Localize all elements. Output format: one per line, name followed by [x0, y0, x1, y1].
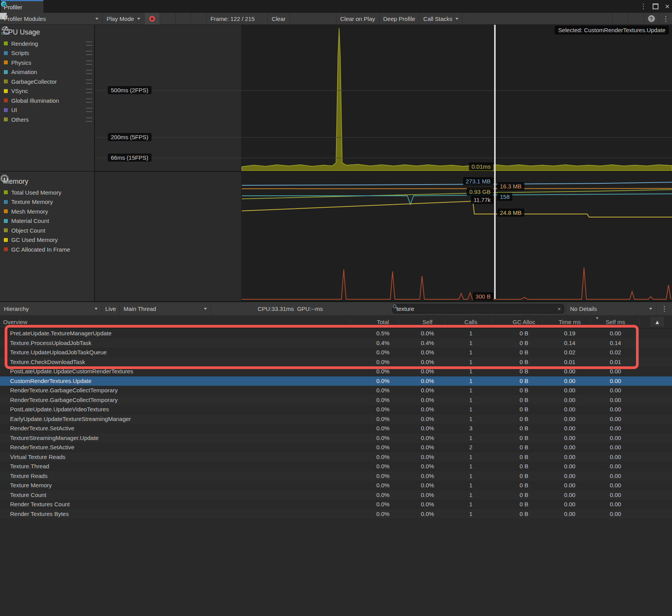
memory-chart[interactable]	[95, 172, 672, 301]
maximize-icon[interactable]	[653, 3, 658, 9]
table-row[interactable]: Texture Count0.0%0.0%10 B0.000.00	[0, 490, 672, 500]
legend-swatch	[4, 89, 8, 93]
table-row[interactable]: Render Textures Count0.0%0.0%10 B0.000.0…	[0, 500, 672, 509]
next-frame-button[interactable]	[176, 13, 191, 24]
legend-item-garbagecollector[interactable]: GarbageCollector	[0, 77, 94, 86]
drag-handle-icon[interactable]	[86, 70, 92, 74]
previous-frame-button[interactable]	[160, 13, 176, 24]
legend-item-texture-memory[interactable]: Texture Memory	[0, 197, 94, 207]
legend-item-vsync[interactable]: VSync	[0, 86, 94, 96]
live-toggle[interactable]: Live	[102, 302, 120, 315]
cpu-module-header[interactable]: CPU CPU Usage	[0, 25, 94, 39]
toolbar-menu-button[interactable]: ⋮	[659, 13, 672, 24]
legend-item-total-used-memory[interactable]: Total Used Memory	[0, 188, 94, 197]
column-separator[interactable]	[491, 318, 492, 326]
column-separator[interactable]	[445, 318, 445, 326]
legend-item-ui[interactable]: UI	[0, 105, 94, 115]
search-clear-icon[interactable]: ×	[558, 306, 561, 312]
column-separator[interactable]	[350, 318, 350, 326]
play-mode-dropdown[interactable]: Play Mode	[103, 13, 145, 24]
clear-button[interactable]: Clear	[268, 13, 290, 24]
save-profile-button[interactable]	[628, 13, 643, 24]
table-row[interactable]: Texture.UpdateUploadJobTaskQueue0.0%0.0%…	[0, 348, 672, 357]
table-row[interactable]: RenderTexture.GarbageCollectTemporary0.0…	[0, 386, 672, 395]
legend-swatch	[4, 108, 8, 112]
table-row[interactable]: Texture.CheckDownloadTask0.0%0.0%10 B0.0…	[0, 357, 672, 367]
column-header-time-ms[interactable]: Time ms	[550, 319, 589, 325]
legend-label: UI	[11, 107, 17, 113]
legend-item-animation[interactable]: Animation	[0, 67, 94, 77]
table-row[interactable]: TextureStreamingManager.Update0.0%0.0%10…	[0, 433, 672, 443]
hierarchy-table: PreLateUpdate.TextureManagerUpdate0.5%0.…	[0, 329, 672, 519]
table-row[interactable]: RenderTexture.GarbageCollectTemporary0.0…	[0, 395, 672, 405]
close-icon[interactable]: ✕	[665, 3, 670, 10]
legend-item-global-illumination[interactable]: Global Illumination	[0, 96, 94, 105]
table-row[interactable]: RenderTexture.SetActive0.0%0.0%20 B0.000…	[0, 443, 672, 452]
legend-item-others[interactable]: Others	[0, 115, 94, 124]
cell: 0 B	[505, 463, 543, 469]
drag-handle-icon[interactable]	[86, 117, 92, 122]
legend-item-scripts[interactable]: Scripts	[0, 48, 94, 58]
column-separator[interactable]	[542, 318, 542, 326]
hierarchy-view-dropdown[interactable]: Hierarchy	[0, 302, 102, 315]
details-dropdown[interactable]: No Details	[566, 302, 656, 315]
search-input[interactable]	[396, 305, 555, 312]
drag-handle-icon[interactable]	[86, 60, 92, 65]
column-separator[interactable]	[639, 318, 640, 326]
clear-on-play-toggle[interactable]: Clear on Play	[336, 13, 379, 24]
load-profile-button[interactable]	[612, 13, 628, 24]
legend-item-material-count[interactable]: Material Count	[0, 216, 94, 226]
detail-expander-button[interactable]: ▲	[650, 317, 664, 327]
table-row[interactable]: PostLateUpdate.UpdateVideoTextures0.0%0.…	[0, 405, 672, 414]
drag-handle-icon[interactable]	[86, 51, 92, 55]
pane-menu-button[interactable]: ⋮	[656, 302, 672, 315]
table-row[interactable]: Render Textures Bytes0.0%0.0%10 B0.000.0…	[0, 509, 672, 519]
drag-handle-icon[interactable]	[86, 41, 92, 46]
deep-profile-toggle[interactable]: Deep Profile	[379, 13, 420, 24]
column-overview[interactable]: Overview	[3, 319, 28, 325]
memory-module-header[interactable]: Memory	[0, 174, 28, 188]
search-field[interactable]: ×	[392, 304, 564, 314]
help-button[interactable]: ?	[643, 13, 659, 24]
column-header-calls[interactable]: Calls	[451, 319, 490, 325]
call-stacks-dropdown[interactable]: Call Stacks	[419, 13, 463, 24]
column-separator[interactable]	[591, 318, 591, 326]
table-row[interactable]: Texture Reads0.0%0.0%10 B0.000.00	[0, 471, 672, 481]
table-row[interactable]: CustomRenderTextures.Update0.0%0.0%10 B0…	[0, 376, 672, 386]
drag-handle-icon[interactable]	[86, 79, 92, 84]
table-row[interactable]: RenderTexture.SetActive0.0%0.0%30 B0.000…	[0, 424, 672, 433]
legend-item-physics[interactable]: Physics	[0, 58, 94, 67]
drag-handle-icon[interactable]	[86, 89, 92, 93]
tab-profiler[interactable]: Profiler	[1, 0, 43, 13]
legend-item-gc-allocated-in-frame[interactable]: GC Allocated In Frame	[0, 245, 94, 254]
table-row[interactable]: EarlyUpdate.UpdateTextureStreamingManage…	[0, 414, 672, 424]
table-row[interactable]: PreLateUpdate.TextureManagerUpdate0.5%0.…	[0, 329, 672, 338]
column-header-self-ms[interactable]: Self ms	[596, 319, 635, 325]
thread-dropdown[interactable]: Main Thread	[120, 302, 211, 315]
table-row[interactable]: PostLateUpdate.UpdateCustomRenderTexture…	[0, 367, 672, 376]
table-row[interactable]: Texture.Thread0.0%0.0%10 B0.000.00	[0, 462, 672, 471]
table-row[interactable]: Texture.ProcessUploadJobTask0.4%0.4%10 B…	[0, 338, 672, 348]
legend-item-mesh-memory[interactable]: Mesh Memory	[0, 207, 94, 216]
cell: 0 B	[505, 330, 543, 336]
drag-handle-icon[interactable]	[86, 98, 92, 103]
drag-handle-icon[interactable]	[86, 108, 92, 112]
current-frame-button[interactable]	[191, 13, 207, 24]
column-header-gc-alloc[interactable]: GC Alloc	[505, 319, 543, 325]
column-header-total[interactable]: Total	[364, 319, 402, 325]
sample-name: Virtual Texture Reads	[10, 454, 65, 460]
column-header-self[interactable]: Self	[408, 319, 447, 325]
chart-value-badge: 158	[497, 193, 512, 201]
legend-item-rendering[interactable]: Rendering	[0, 39, 94, 48]
profiler-modules-dropdown[interactable]: Profiler Modules	[0, 13, 103, 24]
sample-name: Texture Count	[10, 492, 46, 498]
table-row[interactable]: Texture Memory0.0%0.0%10 B0.000.00	[0, 481, 672, 490]
playhead[interactable]	[494, 25, 496, 299]
column-separator[interactable]	[398, 318, 399, 326]
legend-item-object-count[interactable]: Object Count	[0, 226, 94, 235]
table-row[interactable]: Virtual Texture Reads0.0%0.0%10 B0.000.0…	[0, 452, 672, 462]
legend-item-gc-used-memory[interactable]: GC Used Memory	[0, 235, 94, 245]
window-menu-icon[interactable]: ⋮	[640, 2, 646, 10]
cpu-usage-chart[interactable]: Selected: CustomRenderTextures.Update 50…	[95, 25, 672, 171]
record-button[interactable]	[145, 13, 160, 24]
